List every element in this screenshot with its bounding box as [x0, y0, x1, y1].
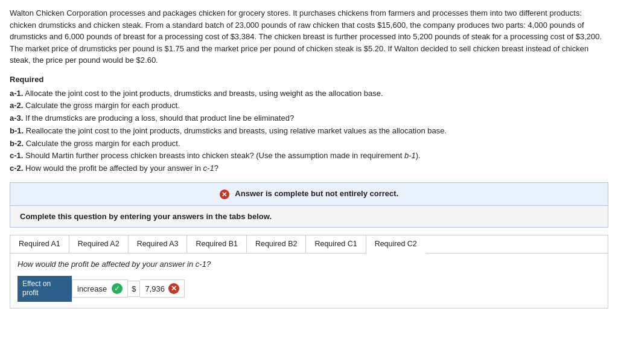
- tab-required-c1[interactable]: Required C1: [306, 235, 366, 253]
- req-b2-text: b-2. Calculate the gross margin for each…: [10, 138, 608, 150]
- tab-required-b2[interactable]: Required B2: [247, 235, 307, 253]
- tab-required-c2[interactable]: Required C2: [366, 235, 425, 254]
- req-c1-text: c-1. Should Martin further process chick…: [10, 150, 608, 162]
- req-a3-text: a-3. If the drumsticks are producing a l…: [10, 112, 608, 125]
- amount-cell: 7,936 ✕: [140, 279, 185, 298]
- effect-dropdown[interactable]: increase ✓: [72, 279, 128, 298]
- tab-content-c2: How would the profit be affected by your…: [10, 254, 608, 308]
- alert-text: Answer is complete but not entirely corr…: [235, 189, 398, 198]
- check-icon: ✓: [112, 283, 123, 294]
- dropdown-value: increase: [77, 284, 107, 293]
- tab-required-b1[interactable]: Required B1: [187, 235, 247, 253]
- answer-row: Effect onprofit increase ✓ $ 7,936 ✕: [18, 276, 600, 302]
- dollar-sign-cell: $: [128, 281, 140, 297]
- tab-required-a1[interactable]: Required A1: [10, 235, 69, 253]
- tab-required-a3[interactable]: Required A3: [129, 235, 188, 253]
- req-a1-text: a-1. Allocate the joint cost to the join…: [10, 88, 608, 100]
- instruction-box: Complete this question by entering your …: [10, 206, 608, 228]
- req-c2-text: c-2. How would the profit be affected by…: [10, 162, 608, 175]
- alert-box: ✕ Answer is complete but not entirely co…: [10, 182, 608, 206]
- alert-icon: ✕: [220, 190, 229, 199]
- problem-text: Walton Chicken Corporation processes and…: [10, 7, 608, 66]
- req-b1-text: b-1. Reallocate the joint cost to the jo…: [10, 125, 608, 138]
- tab-question: How would the profit be affected by your…: [18, 260, 600, 269]
- tab-required-a2[interactable]: Required A2: [69, 235, 129, 253]
- tabs-container: Required A1 Required A2 Required A3 Requ…: [10, 235, 608, 308]
- effect-on-profit-label: Effect onprofit: [18, 276, 72, 302]
- amount-value: 7,936: [145, 284, 165, 293]
- required-title: Required: [10, 75, 608, 84]
- tabs-row: Required A1 Required A2 Required A3 Requ…: [10, 235, 608, 254]
- req-a2-text: a-2. Calculate the gross margin for each…: [10, 100, 608, 112]
- clear-amount-button[interactable]: ✕: [168, 283, 179, 294]
- required-section: Required a-1. Allocate the joint cost to…: [10, 75, 608, 176]
- instruction-text: Complete this question by entering your …: [20, 212, 272, 221]
